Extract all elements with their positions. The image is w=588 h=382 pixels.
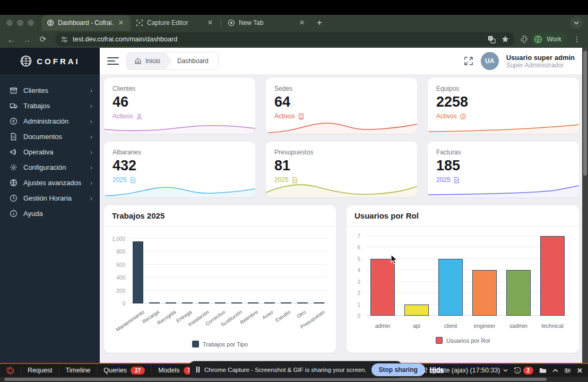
settings-sliders-icon[interactable]: [564, 368, 571, 374]
tab-search-caret-button[interactable]: [570, 16, 583, 29]
breadcrumb-home[interactable]: Inicio: [127, 53, 172, 70]
tab-close-icon[interactable]: ✕: [206, 19, 214, 27]
tab-dashboard[interactable]: Dashboard - Cofrai.com Softw ✕: [41, 15, 131, 31]
sidebar-item-operativa[interactable]: Operativa›: [0, 144, 100, 160]
address-bar[interactable]: test.dev.cofrai.com/main/dashboard G: [55, 32, 515, 46]
minimize-window-button[interactable]: [17, 20, 23, 26]
card-albaranes[interactable]: Albaranes 432 2025: [104, 142, 255, 197]
bar-Instalación[interactable]: [198, 302, 209, 303]
stop-sharing-button[interactable]: Stop sharing: [371, 363, 425, 376]
gridline: [366, 304, 569, 305]
sidebar-item-gestion-horaria[interactable]: Gestión Horaria›: [0, 190, 100, 206]
chevron-right-icon: ›: [90, 194, 92, 202]
card-presupuestos[interactable]: Presupuestos 81 2025: [266, 142, 417, 197]
translate-icon[interactable]: G: [488, 36, 496, 44]
y-tick-label: 400: [116, 275, 125, 281]
folder-icon[interactable]: [539, 367, 547, 374]
gridline: [129, 264, 327, 265]
new-tab-button[interactable]: +: [312, 18, 327, 28]
svg-text:G: G: [489, 36, 492, 40]
back-button[interactable]: ←: [4, 35, 18, 44]
tab-title: Capture Editor: [147, 19, 202, 27]
cofrai-logo-icon: [20, 55, 32, 67]
logo[interactable]: COFRAI: [0, 48, 100, 74]
x-tick-label: Otro: [296, 309, 307, 319]
chart-title: Usuarios por Rol: [347, 205, 579, 227]
site-settings-icon[interactable]: [60, 36, 68, 44]
card-clientes[interactable]: Clientes 46 Activos: [104, 78, 255, 134]
card-equipos[interactable]: Equipos 2258 Activos: [428, 78, 579, 134]
sidebar-item-trabajos[interactable]: Trabajos›: [0, 98, 100, 114]
bar-Mantenimiento[interactable]: [133, 241, 143, 303]
card-value: 81: [274, 158, 409, 174]
url-text[interactable]: test.dev.cofrai.com/main/dashboard: [73, 36, 483, 43]
card-facturas[interactable]: Facturas 185 2025: [428, 142, 579, 197]
hide-share-bar-link[interactable]: Hide: [430, 366, 444, 374]
profile-chip[interactable]: Work: [531, 32, 568, 46]
sidebar-item-ayuda[interactable]: Ayuda: [0, 206, 100, 221]
history-button[interactable]: 2: [514, 367, 534, 375]
vertical-scrollbar-thumb[interactable]: [583, 51, 587, 176]
vertical-scrollbar[interactable]: [582, 48, 588, 363]
horizontal-scrollbar-thumb[interactable]: [4, 378, 547, 381]
reload-button[interactable]: ⟳: [36, 34, 50, 44]
sidebar-item-configuracion[interactable]: Configuración›: [0, 160, 100, 175]
tab-capture-editor[interactable]: Capture Editor ✕: [131, 15, 220, 31]
bar-Recarga[interactable]: [149, 302, 160, 303]
bar-engineer[interactable]: [472, 270, 497, 316]
app-viewport: COFRAI Clientes› Trabajos› € Administrac…: [0, 48, 588, 363]
tab-close-icon[interactable]: ✕: [298, 19, 306, 27]
breadcrumb: Inicio Dashboard: [126, 52, 219, 70]
gridline: [129, 238, 327, 239]
debugbar-brand[interactable]: [0, 364, 21, 377]
bar-Aviso[interactable]: [264, 302, 275, 303]
sidebar-item-administracion[interactable]: € Administración›: [0, 114, 100, 129]
user-role: Super Administrador: [506, 62, 575, 69]
user-avatar[interactable]: UA: [481, 52, 499, 70]
gridline: [366, 236, 569, 236]
debugbar-tab-queries[interactable]: Queries27: [97, 364, 152, 377]
home-icon: [134, 57, 142, 65]
forward-button[interactable]: →: [20, 35, 34, 44]
bar-Estudio[interactable]: [281, 302, 291, 303]
sidebar-item-ajustes-avanzados[interactable]: Ajustes avanzados›: [0, 175, 100, 190]
tab-close-icon[interactable]: ✕: [117, 19, 125, 27]
tab-title: Dashboard - Cofrai.com Softw: [58, 19, 113, 27]
card-title: Equipos: [436, 85, 570, 92]
close-window-button[interactable]: [6, 20, 13, 26]
debugbar-tab-timeline[interactable]: Timeline: [59, 364, 98, 377]
bar-technical[interactable]: [540, 236, 565, 316]
card-sedes[interactable]: Sedes 64 Activos: [266, 78, 417, 134]
sidebar-toggle-button[interactable]: [107, 55, 119, 67]
fullscreen-icon[interactable]: [464, 56, 473, 66]
chevron-down-icon: [503, 369, 508, 372]
extensions-icon[interactable]: [520, 35, 529, 44]
window-controls[interactable]: [0, 20, 41, 26]
sidebar-item-documentos[interactable]: Documentos›: [0, 129, 100, 144]
maximize-window-button[interactable]: [28, 20, 34, 26]
debugbar-close-icon[interactable]: ✕: [577, 367, 583, 375]
bar-client[interactable]: [438, 259, 463, 316]
bookmark-star-icon[interactable]: [501, 35, 509, 44]
bar-Entrega[interactable]: [182, 302, 193, 303]
bar-Presupuesto[interactable]: [314, 302, 324, 303]
chevron-up-icon[interactable]: [552, 369, 558, 372]
debugbar-tab-request[interactable]: Request: [21, 364, 59, 377]
legend-label: Trabajos por Tipo: [203, 341, 248, 348]
browser-menu-icon[interactable]: ⋮: [570, 35, 584, 44]
bar-Retimbre[interactable]: [248, 302, 258, 303]
tab-new-tab[interactable]: New Tab ✕: [222, 15, 312, 31]
bar-Otro[interactable]: [297, 302, 308, 303]
bar-Recogida[interactable]: [166, 302, 176, 303]
sidebar-item-clientes[interactable]: Clientes›: [0, 83, 100, 98]
legend-label: Usuarios por Rol: [446, 337, 490, 344]
card-title: Clientes: [113, 85, 247, 92]
bar-api[interactable]: [404, 305, 429, 316]
bar-Sustitución[interactable]: [231, 302, 242, 303]
chrome-favicon: [228, 19, 235, 27]
share-message: Chrome Capture - Screenshot & GIF is sha…: [204, 367, 367, 373]
bar-Correctivo[interactable]: [215, 302, 226, 303]
bar-sadmin[interactable]: [506, 270, 531, 316]
bar-admin[interactable]: [370, 259, 395, 316]
y-tick-label: 4: [357, 267, 360, 273]
